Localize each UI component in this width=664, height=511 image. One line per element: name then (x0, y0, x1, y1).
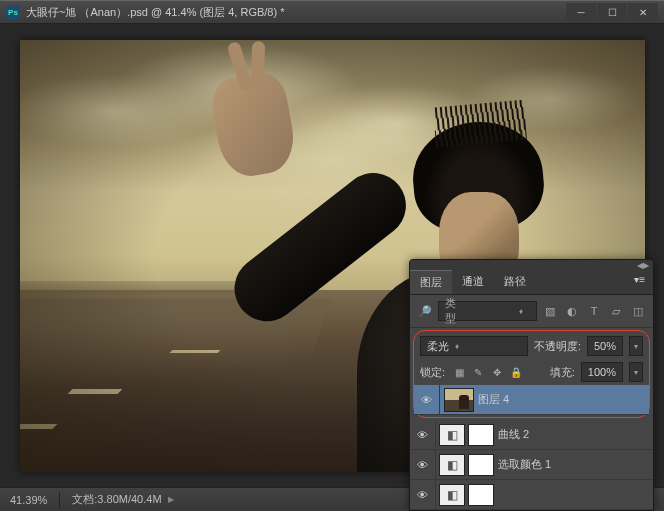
caret-icon: ♦ (455, 342, 459, 351)
lock-position-icon[interactable]: ✥ (489, 365, 505, 379)
layer-row-selected[interactable]: 👁 图层 4 (414, 385, 649, 415)
mask-thumbnail[interactable] (468, 484, 494, 506)
opacity-stepper[interactable]: ▾ (629, 336, 643, 356)
filter-type-icon[interactable]: T (585, 303, 603, 319)
doc-size[interactable]: 文档:3.80M/40.4M (72, 492, 161, 507)
maximize-button[interactable]: ☐ (597, 3, 627, 21)
separator (59, 492, 60, 508)
visibility-icon[interactable]: 👁 (410, 450, 436, 479)
collapse-icon[interactable]: ◀▶ (637, 261, 649, 270)
layer-thumbnail[interactable] (444, 388, 474, 412)
panel-menu-icon[interactable]: ▾≡ (626, 270, 653, 294)
minimize-button[interactable]: ─ (566, 3, 596, 21)
adjustment-icon: ◧ (439, 454, 465, 476)
layers-panel: ◀▶ 图层 通道 路径 ▾≡ 🔎 类型 ♦ ▧ ◐ T ▱ ◫ 柔光 ♦ 不透明… (409, 259, 654, 511)
lock-label: 锁定: (420, 365, 445, 380)
layer-row[interactable]: 👁 ◧ (410, 480, 653, 510)
adjustment-icon: ◧ (439, 484, 465, 506)
fill-value: 100% (588, 366, 616, 378)
adjustment-icon: ◧ (439, 424, 465, 446)
mask-thumbnail[interactable] (468, 424, 494, 446)
fill-stepper[interactable]: ▾ (629, 362, 643, 382)
visibility-icon[interactable]: 👁 (410, 480, 436, 509)
blend-mode-value: 柔光 (427, 339, 449, 354)
lock-row: 锁定: ▦ ✎ ✥ 🔒 填充: 100% ▾ (414, 359, 649, 385)
window-title: 大眼仔~旭 （Anan）.psd @ 41.4% (图层 4, RGB/8) * (26, 5, 284, 20)
layer-name[interactable]: 图层 4 (478, 392, 649, 407)
close-button[interactable]: ✕ (628, 3, 658, 21)
title-bar: Ps 大眼仔~旭 （Anan）.psd @ 41.4% (图层 4, RGB/8… (0, 0, 664, 24)
filter-type-label: 类型 (445, 303, 463, 319)
lock-transparent-icon[interactable]: ▦ (451, 365, 467, 379)
filter-pixel-icon[interactable]: ▧ (541, 303, 559, 319)
fill-input[interactable]: 100% (581, 362, 623, 382)
filter-type-select[interactable]: 类型 ♦ (438, 301, 537, 321)
tab-channels[interactable]: 通道 (452, 270, 494, 294)
layer-row[interactable]: 👁 ◧ 选取颜色 1 (410, 450, 653, 480)
opacity-label: 不透明度: (534, 339, 581, 354)
blend-row: 柔光 ♦ 不透明度: 50% ▾ (414, 333, 649, 359)
filter-smart-icon[interactable]: ◫ (629, 303, 647, 319)
app-icon: Ps (6, 5, 20, 19)
mask-thumbnail[interactable] (468, 454, 494, 476)
visibility-icon[interactable]: 👁 (410, 420, 436, 449)
blend-mode-select[interactable]: 柔光 ♦ (420, 336, 528, 356)
layer-name[interactable]: 选取颜色 1 (498, 457, 653, 472)
filter-search-icon[interactable]: 🔎 (416, 302, 434, 320)
doc-info-caret-icon[interactable]: ▶ (168, 495, 174, 504)
panel-grip[interactable]: ◀▶ (410, 260, 653, 270)
panel-tabs: 图层 通道 路径 ▾≡ (410, 270, 653, 295)
filter-shape-icon[interactable]: ▱ (607, 303, 625, 319)
opacity-input[interactable]: 50% (587, 336, 623, 356)
lock-pixels-icon[interactable]: ✎ (470, 365, 486, 379)
filter-adjust-icon[interactable]: ◐ (563, 303, 581, 319)
layer-name[interactable]: 曲线 2 (498, 427, 653, 442)
layers-list: 👁 ◧ 曲线 2 👁 ◧ 选取颜色 1 👁 ◧ (410, 420, 653, 510)
tab-paths[interactable]: 路径 (494, 270, 536, 294)
opacity-value: 50% (594, 340, 616, 352)
filter-row: 🔎 类型 ♦ ▧ ◐ T ▱ ◫ (410, 295, 653, 328)
caret-icon: ♦ (512, 303, 530, 319)
fill-label: 填充: (550, 365, 575, 380)
highlighted-settings: 柔光 ♦ 不透明度: 50% ▾ 锁定: ▦ ✎ ✥ 🔒 填充: 100% ▾ (413, 330, 650, 418)
visibility-icon[interactable]: 👁 (414, 385, 440, 414)
layer-row[interactable]: 👁 ◧ 曲线 2 (410, 420, 653, 450)
lock-all-icon[interactable]: 🔒 (508, 365, 524, 379)
zoom-level[interactable]: 41.39% (10, 494, 47, 506)
tab-layers[interactable]: 图层 (410, 270, 452, 294)
